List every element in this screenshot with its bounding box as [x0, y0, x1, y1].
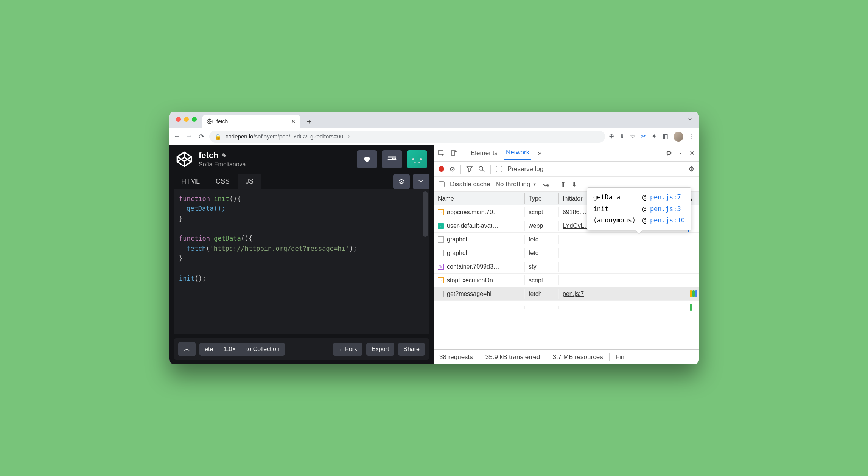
svg-line-4	[482, 170, 484, 172]
status-transferred: 35.9 kB transferred	[479, 353, 547, 361]
filter-icon[interactable]	[466, 166, 473, 173]
source-link[interactable]: pen.js:7	[650, 191, 681, 203]
toolbar-icons: ⊕ ⇪ ☆ ✂ ✦ ◧ ⋮	[609, 132, 695, 142]
tab-strip: fetch ✕ ＋ ﹀	[169, 112, 699, 128]
add-to-collection-button[interactable]: to Collection	[241, 343, 285, 356]
svg-rect-2	[454, 152, 457, 156]
table-row[interactable]: graphql fetc	[434, 233, 699, 246]
throttling-select[interactable]: No throttling▼	[496, 180, 537, 188]
code-editor[interactable]: function init(){ getData(); } function g…	[174, 189, 429, 334]
table-row[interactable]: graphql fetc	[434, 246, 699, 260]
export-button[interactable]: Export	[366, 343, 394, 356]
forward-button[interactable]: →	[185, 132, 193, 140]
table-row[interactable]: get?message=hi fetch pen.js:7	[434, 287, 699, 301]
tabs-dropdown-icon[interactable]: ﹀	[688, 117, 693, 123]
devtools-close-icon[interactable]: ✕	[689, 149, 695, 157]
tab-network[interactable]: Network	[504, 146, 531, 160]
tab-js[interactable]: JS	[238, 174, 261, 189]
close-tab-icon[interactable]: ✕	[291, 118, 296, 125]
zoom-frag-button[interactable]: ete	[199, 343, 218, 356]
layout-button[interactable]	[382, 150, 402, 168]
table-row[interactable]: ◦stopExecutionOn… script	[434, 274, 699, 287]
devtools-tabs: Elements Network » ⚙ ⋮ ✕	[434, 145, 699, 162]
scrollbar-thumb[interactable]	[423, 191, 428, 237]
toolbar: ← → ⟳ 🔒 codepen.io/sofiayem/pen/LYdGvLg?…	[169, 128, 699, 145]
devtools-settings-icon[interactable]: ⚙	[666, 149, 672, 157]
extensions-icon[interactable]: ✦	[652, 132, 657, 140]
clear-icon[interactable]: ⊘	[450, 165, 455, 173]
js-file-icon: ◦	[438, 277, 444, 283]
browser-tab[interactable]: fetch ✕	[202, 115, 300, 128]
chevron-up-icon: ︿	[184, 345, 190, 353]
status-resources: 3.7 MB resources	[546, 353, 609, 361]
url-text: codepen.io/sofiayem/pen/LYdGvLg?editors=…	[226, 133, 350, 140]
like-button[interactable]	[357, 150, 377, 168]
editor-settings-button[interactable]: ⚙	[393, 174, 410, 189]
source-link[interactable]: pen.js:10	[650, 215, 685, 226]
disable-cache-label: Disable cache	[450, 180, 490, 188]
status-requests: 38 requests	[439, 353, 479, 361]
col-name[interactable]: Name	[434, 193, 525, 204]
zoom-level-button[interactable]: 1.0×	[218, 343, 241, 356]
initiator-link[interactable]: 69186.j…	[563, 209, 589, 215]
network-status-bar: 38 requests 35.9 kB transferred 3.7 MB r…	[434, 349, 699, 364]
network-conditions-icon[interactable]	[542, 181, 549, 187]
sidepanel-icon[interactable]: ◧	[662, 132, 668, 140]
share-icon[interactable]: ⇪	[619, 132, 625, 140]
svg-point-5	[545, 186, 546, 187]
fork-button[interactable]: ⑂Fork	[333, 343, 362, 356]
edit-title-icon[interactable]: ✎	[222, 152, 227, 159]
disable-cache-checkbox[interactable]	[439, 181, 445, 187]
layout-icon	[387, 155, 397, 163]
tab-elements[interactable]: Elements	[469, 146, 499, 160]
profile-avatar[interactable]	[674, 132, 683, 142]
heart-icon	[363, 155, 371, 163]
minimize-window-button[interactable]	[184, 117, 189, 122]
preserve-log-checkbox[interactable]	[496, 166, 502, 172]
upload-har-icon[interactable]: ⬆	[560, 180, 566, 188]
back-button[interactable]: ←	[173, 132, 181, 140]
tab-more[interactable]: »	[536, 146, 543, 160]
codepen-header: fetch ✎ Sofia Emelianova •‿•	[169, 145, 434, 174]
fork-icon: ⑂	[338, 346, 342, 353]
address-bar[interactable]: 🔒 codepen.io/sofiayem/pen/LYdGvLg?editor…	[209, 131, 605, 143]
editor-collapse-button[interactable]: ﹀	[413, 174, 429, 189]
chevron-down-icon: ▼	[532, 182, 537, 187]
source-link[interactable]: pen.js:3	[650, 203, 681, 215]
preserve-log-label: Preserve log	[507, 165, 543, 173]
codepen-icon	[207, 118, 213, 124]
tab-html[interactable]: HTML	[174, 174, 207, 189]
kebab-menu-icon[interactable]: ⋮	[689, 132, 695, 140]
table-row	[434, 301, 699, 314]
editor-tabs: HTML CSS JS ⚙ ﹀	[169, 174, 434, 189]
console-toggle-button[interactable]: ︿	[178, 342, 196, 356]
initiator-link[interactable]: pen.js:7	[563, 291, 584, 297]
initiator-link[interactable]: LYdGvL…	[563, 222, 590, 229]
device-icon[interactable]	[451, 149, 458, 157]
search-icon[interactable]	[478, 166, 485, 173]
reload-button[interactable]: ⟳	[197, 132, 205, 141]
bookmark-icon[interactable]: ☆	[630, 132, 636, 140]
user-avatar[interactable]: •‿•	[407, 150, 427, 168]
codepen-logo-icon	[176, 151, 193, 168]
doc-file-icon	[438, 291, 444, 297]
new-tab-button[interactable]: ＋	[303, 115, 315, 127]
col-type[interactable]: Type	[525, 193, 559, 204]
close-window-button[interactable]	[176, 117, 181, 122]
status-finish: Fini	[610, 353, 632, 361]
tab-css[interactable]: CSS	[208, 174, 237, 189]
codepen-panel: fetch ✎ Sofia Emelianova •‿• HTML	[169, 145, 434, 364]
doc-file-icon	[438, 250, 444, 256]
download-har-icon[interactable]: ⬇	[571, 180, 577, 188]
devtools-kebab-icon[interactable]: ⋮	[677, 149, 684, 157]
table-row[interactable]: ✎container.7099d3… styl	[434, 260, 699, 274]
maximize-window-button[interactable]	[192, 117, 197, 122]
js-file-icon: ◦	[438, 209, 444, 215]
window-controls	[176, 117, 197, 122]
inspect-icon[interactable]	[438, 149, 445, 157]
record-button[interactable]	[439, 166, 444, 172]
network-settings-icon[interactable]: ⚙	[688, 165, 694, 173]
share-button[interactable]: Share	[398, 343, 425, 356]
zoom-icon[interactable]: ⊕	[609, 132, 614, 140]
scissors-icon[interactable]: ✂	[641, 132, 646, 140]
